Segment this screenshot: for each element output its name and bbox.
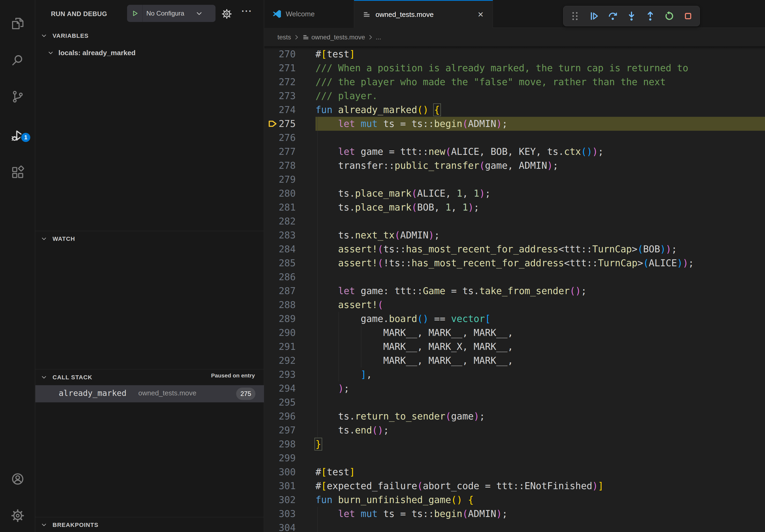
code-line[interactable]: #[test] [316, 47, 355, 61]
code-line[interactable]: #[test] [316, 465, 355, 479]
section-divider [35, 369, 264, 370]
code-line[interactable]: #[expected_failure(abort_code = ttt::ENo… [316, 479, 604, 493]
run-and-debug-icon[interactable]: 1 [0, 124, 35, 148]
debug-settings-gear-icon[interactable] [222, 9, 232, 19]
line-number[interactable]: 296 [264, 409, 296, 423]
activity-bar: 1 [0, 0, 35, 532]
line-number[interactable]: 276 [264, 131, 296, 145]
code-line[interactable]: ); [316, 382, 349, 396]
debug-config-dropdown[interactable]: No Configura [127, 5, 216, 22]
code-line[interactable]: /// player. [316, 89, 378, 103]
code-line[interactable]: ts.place_mark(BOB, 1, 1); [316, 200, 479, 214]
line-number[interactable]: 274 [264, 103, 296, 117]
line-number[interactable]: 301 [264, 479, 296, 493]
line-number[interactable]: 286 [264, 270, 296, 284]
line-number[interactable]: 289 [264, 312, 296, 326]
settings-gear-icon[interactable] [0, 503, 35, 528]
start-debug-icon[interactable] [127, 5, 143, 22]
line-number[interactable]: 277 [264, 145, 296, 158]
source-control-icon[interactable] [0, 84, 35, 109]
step-into-button[interactable] [624, 9, 639, 24]
code-line[interactable]: } [316, 437, 321, 451]
more-actions-icon[interactable]: ··· [242, 6, 254, 18]
line-number[interactable]: 281 [264, 200, 296, 214]
line-number[interactable]: 284 [264, 242, 296, 256]
line-number[interactable]: 295 [264, 396, 296, 409]
line-number[interactable]: 278 [264, 158, 296, 172]
line-number[interactable]: 297 [264, 423, 296, 437]
tab-welcome[interactable]: Welcome [264, 0, 354, 28]
code-line[interactable]: MARK__, MARK__, MARK__, [316, 326, 513, 340]
line-number[interactable]: 273 [264, 89, 296, 103]
line-number[interactable]: 271 [264, 61, 296, 75]
code-line[interactable]: MARK__, MARK__, MARK__, [316, 354, 513, 368]
step-out-button[interactable] [643, 9, 658, 24]
code-line[interactable]: assert!( [316, 298, 383, 312]
code-line[interactable]: let mut ts = ts::begin(ADMIN); [316, 117, 507, 131]
line-number[interactable]: 299 [264, 451, 296, 465]
code-line[interactable]: let mut ts = ts::begin(ADMIN); [316, 507, 507, 521]
stop-button[interactable] [681, 9, 696, 24]
code-editor[interactable]: 270#[test]271/// When a position is alre… [264, 46, 765, 532]
step-over-button[interactable] [605, 9, 620, 24]
breadcrumb-symbol[interactable]: ... [376, 34, 381, 41]
line-number[interactable]: 283 [264, 228, 296, 242]
line-number[interactable]: 292 [264, 354, 296, 368]
call-stack-section-header[interactable]: CALL STACK [53, 374, 93, 381]
breakpoints-section-header[interactable]: BREAKPOINTS [53, 522, 98, 529]
code-line[interactable]: /// When a position is already marked, t… [316, 61, 688, 75]
code-line[interactable]: game.board() == vector[ [316, 312, 490, 326]
code-line[interactable]: ts.end(); [316, 423, 389, 437]
search-icon[interactable] [0, 48, 35, 73]
line-number[interactable]: 304 [264, 521, 296, 532]
line-number[interactable]: 285 [264, 256, 296, 270]
call-stack-frame-row[interactable]: already_marked owned_tests.move 275 [35, 385, 264, 402]
tab-owned-tests-move[interactable]: owned_tests.move ✕ [354, 0, 493, 28]
breadcrumb: tests owned_tests.move ... [264, 28, 765, 46]
line-number[interactable]: 282 [264, 214, 296, 228]
chevron-down-icon [195, 9, 203, 17]
watch-section-header[interactable]: WATCH [53, 235, 75, 242]
line-number[interactable]: 303 [264, 507, 296, 521]
line-number[interactable]: 270 [264, 47, 296, 61]
line-number[interactable]: 279 [264, 172, 296, 186]
code-line[interactable]: transfer::public_transfer(game, ADMIN); [316, 158, 558, 172]
line-number[interactable]: 302 [264, 493, 296, 507]
close-icon[interactable]: ✕ [476, 10, 485, 19]
code-line[interactable]: fun already_marked() { [316, 103, 440, 117]
toolbar-drag-gripper-icon[interactable] [567, 9, 582, 24]
restart-button[interactable] [662, 9, 677, 24]
chevron-down-icon [40, 521, 47, 528]
debug-config-label: No Configura [143, 10, 195, 17]
explorer-icon[interactable] [0, 11, 35, 36]
line-number[interactable]: 290 [264, 326, 296, 340]
line-number[interactable]: 298 [264, 437, 296, 451]
variables-section-header[interactable]: VARIABLES [53, 32, 89, 39]
code-line[interactable]: ts.place_mark(ALICE, 1, 1); [316, 186, 490, 200]
breadcrumb-tests[interactable]: tests [278, 34, 291, 41]
variables-locals-row[interactable]: locals: already_marked [35, 47, 264, 60]
line-number[interactable]: 287 [264, 284, 296, 298]
code-line[interactable]: /// the player who made the "false" move… [316, 75, 666, 89]
line-number[interactable]: 280 [264, 186, 296, 200]
code-line[interactable]: let game: ttt::Game = ts.take_from_sende… [316, 284, 587, 298]
code-line[interactable]: assert!(!ts::has_most_recent_for_address… [316, 256, 694, 270]
line-number[interactable]: 272 [264, 75, 296, 89]
breadcrumb-file[interactable]: owned_tests.move [312, 34, 365, 41]
line-number[interactable]: 294 [264, 382, 296, 396]
accounts-icon[interactable] [0, 467, 35, 491]
line-number[interactable]: 300 [264, 465, 296, 479]
line-number[interactable]: 291 [264, 340, 296, 354]
code-line[interactable]: let game = ttt::new(ALICE, BOB, KEY, ts.… [316, 145, 604, 158]
line-number[interactable]: 288 [264, 298, 296, 312]
chevron-down-icon [40, 32, 47, 39]
code-line[interactable]: assert!(ts::has_most_recent_for_address<… [316, 242, 677, 256]
code-line[interactable]: ts.return_to_sender(game); [316, 409, 485, 423]
code-line[interactable]: MARK__, MARK_X, MARK__, [316, 340, 513, 354]
continue-button[interactable] [586, 9, 601, 24]
code-line[interactable]: ], [316, 368, 372, 382]
extensions-icon[interactable] [0, 160, 35, 185]
line-number[interactable]: 293 [264, 368, 296, 382]
code-line[interactable]: ts.next_tx(ADMIN); [316, 228, 440, 242]
code-line[interactable]: fun burn_unfinished_game() { [316, 493, 474, 507]
